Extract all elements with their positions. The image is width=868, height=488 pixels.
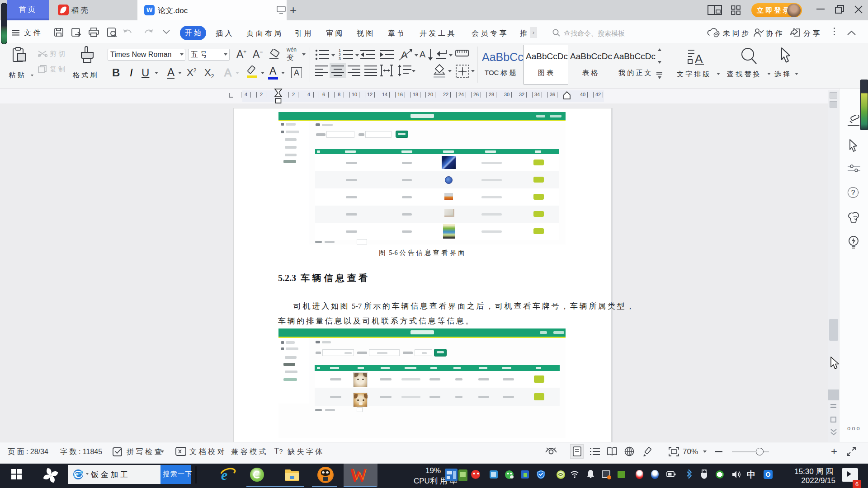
svg-text:A: A	[420, 49, 426, 59]
svg-text:A: A	[401, 49, 408, 61]
svg-text:A: A	[695, 52, 703, 65]
svg-text:3: 3	[339, 56, 341, 61]
